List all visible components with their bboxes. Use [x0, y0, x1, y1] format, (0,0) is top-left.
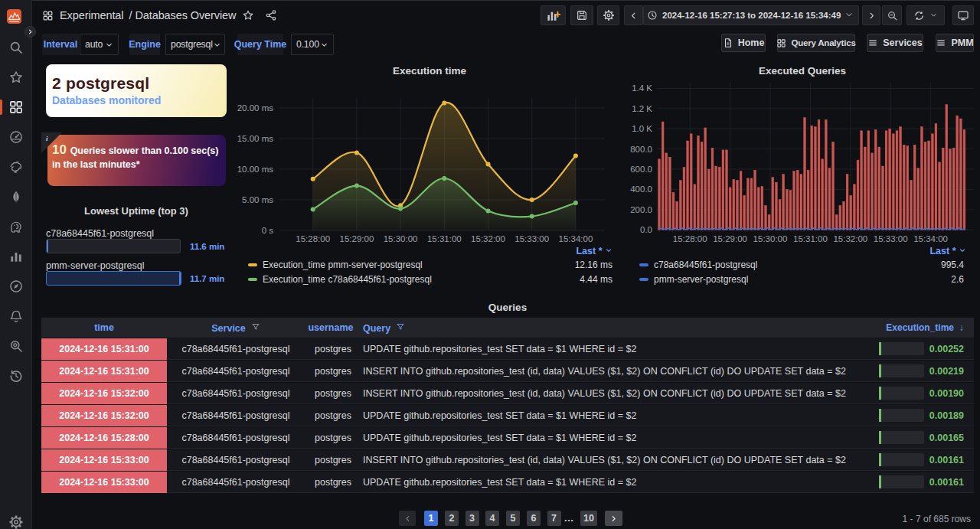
svg-text:200.0: 200.0 — [630, 205, 652, 214]
svg-text:15:33:00: 15:33:00 — [874, 234, 908, 243]
svg-text:15:30:00: 15:30:00 — [753, 234, 788, 243]
svg-text:1.4 K: 1.4 K — [632, 83, 652, 93]
svg-text:15:31:00: 15:31:00 — [793, 234, 828, 243]
svg-text:15:32:00: 15:32:00 — [833, 234, 867, 243]
svg-text:15:34:00: 15:34:00 — [913, 234, 948, 243]
svg-text:0.0: 0.0 — [640, 225, 652, 234]
svg-text:1.2 K: 1.2 K — [632, 104, 652, 113]
svg-text:600.0: 600.0 — [630, 165, 652, 174]
svg-text:15:29:00: 15:29:00 — [713, 234, 747, 243]
svg-text:800.0: 800.0 — [630, 145, 652, 154]
svg-text:400.0: 400.0 — [630, 184, 652, 194]
svg-text:15:28:00: 15:28:00 — [673, 234, 707, 243]
svg-text:1.0 K: 1.0 K — [632, 124, 652, 133]
